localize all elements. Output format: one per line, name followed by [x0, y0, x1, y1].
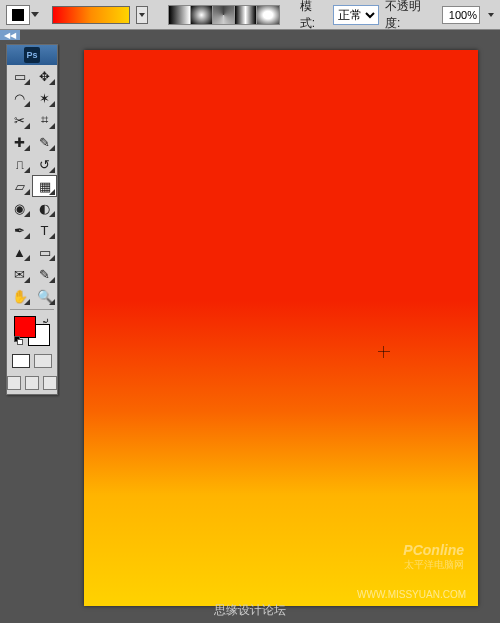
palette-collapse-tab[interactable]: ◀◀	[0, 30, 20, 40]
tool-shape[interactable]: ▭	[32, 241, 57, 263]
tool-path-select[interactable]: ▲	[7, 241, 32, 263]
gradient-radial-button[interactable]	[191, 6, 213, 24]
tool-slice[interactable]: ⌗	[32, 109, 57, 131]
document-canvas[interactable]: PConline 太平洋电脑网 WWW.MISSYUAN.COM	[84, 50, 478, 606]
foreground-color-swatch[interactable]	[14, 316, 36, 338]
color-swatches: ⤾	[14, 316, 50, 346]
blend-mode-select[interactable]: 正常	[333, 5, 379, 25]
opacity-dropdown-icon[interactable]	[488, 13, 494, 17]
screen-mode-row-2	[7, 372, 57, 394]
tool-stamp[interactable]: ⎍	[7, 153, 32, 175]
screen-full-menubar-button[interactable]	[25, 376, 39, 390]
tool-crop[interactable]: ✂	[7, 109, 32, 131]
tool-notes[interactable]: ✉	[7, 263, 32, 285]
screen-standard-button[interactable]	[7, 376, 21, 390]
gradient-type-group	[168, 5, 280, 25]
watermark-footer: 思缘设计论坛	[214, 602, 286, 619]
tool-eraser[interactable]: ▱	[7, 175, 32, 197]
opacity-input[interactable]: 100%	[442, 6, 480, 24]
gradient-linear-button[interactable]	[169, 6, 191, 24]
workspace: PConline 太平洋电脑网 WWW.MISSYUAN.COM	[60, 32, 500, 623]
tool-zoom[interactable]: 🔍	[32, 285, 57, 307]
screen-mode-row	[7, 350, 57, 372]
gradient-preview[interactable]	[52, 6, 130, 24]
chevron-left-icon: ◀◀	[4, 31, 16, 40]
mode-label: 模式:	[300, 0, 327, 32]
screen-full-button[interactable]	[43, 376, 57, 390]
tool-type[interactable]: T	[32, 219, 57, 241]
watermark-cn: 太平洋电脑网	[404, 558, 464, 572]
watermark-url: WWW.MISSYUAN.COM	[357, 589, 466, 600]
gradient-reflected-button[interactable]	[235, 6, 257, 24]
options-bar: 模式: 正常 不透明度: 100%	[0, 0, 500, 30]
gradient-angle-button[interactable]	[213, 6, 235, 24]
edit-standard-mode-button[interactable]	[12, 354, 30, 368]
cursor-crosshair-icon	[378, 346, 390, 358]
tool-lasso[interactable]: ◠	[7, 87, 32, 109]
tools-header[interactable]: Ps	[7, 45, 57, 65]
tool-healing[interactable]: ✚	[7, 131, 32, 153]
gradient-diamond-button[interactable]	[257, 6, 279, 24]
watermark-pconline: PConline	[403, 542, 464, 558]
tool-hand[interactable]: ✋	[7, 285, 32, 307]
tool-move[interactable]: ✥	[32, 65, 57, 87]
opacity-label: 不透明度:	[385, 0, 436, 32]
default-colors-icon[interactable]	[14, 336, 24, 346]
tool-brush[interactable]: ✎	[32, 131, 57, 153]
tool-dodge[interactable]: ◐	[32, 197, 57, 219]
edit-quickmask-mode-button[interactable]	[34, 354, 52, 368]
swap-colors-icon[interactable]: ⤾	[42, 316, 50, 326]
tool-gradient[interactable]: ▦	[32, 175, 57, 197]
tool-history-brush[interactable]: ↺	[32, 153, 57, 175]
tool-pen[interactable]: ✒	[7, 219, 32, 241]
tool-magic-wand[interactable]: ✶	[32, 87, 57, 109]
tool-preset-picker[interactable]	[6, 5, 30, 25]
gradient-picker-dropdown[interactable]	[136, 6, 148, 24]
tool-blur[interactable]: ◉	[7, 197, 32, 219]
tools-palette: Ps ▭✥◠✶✂⌗✚✎⎍↺▱▦◉◐✒T▲▭✉✎✋🔍 ⤾	[6, 44, 58, 395]
ps-logo-icon: Ps	[24, 47, 40, 63]
tool-eyedropper[interactable]: ✎	[32, 263, 57, 285]
tool-marquee[interactable]: ▭	[7, 65, 32, 87]
